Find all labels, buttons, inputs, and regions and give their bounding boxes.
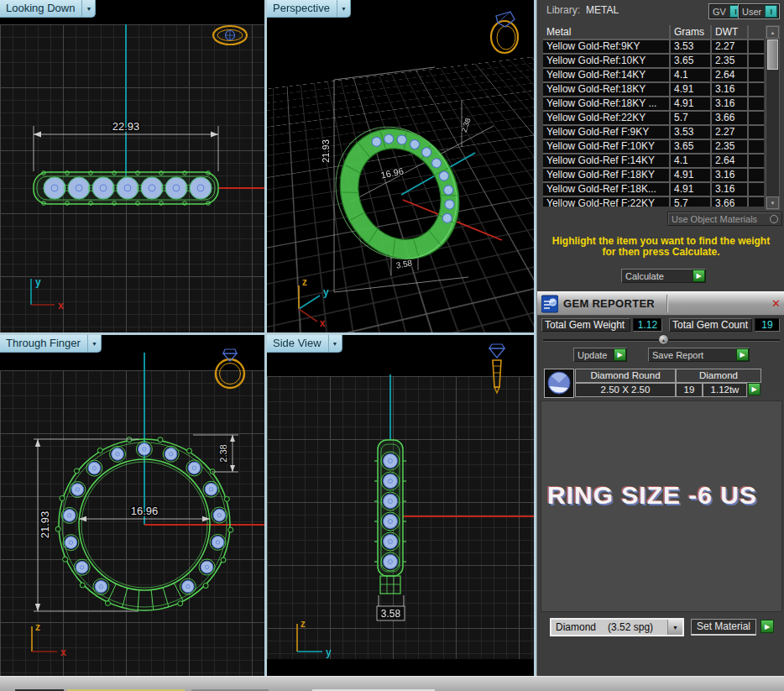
axis-indicator: z y — [297, 618, 332, 658]
viewport-side-view[interactable]: 3.58 z y Side View ▼ — [267, 335, 534, 676]
col-dwt[interactable]: DWT — [712, 25, 747, 39]
play-icon[interactable]: ▶ — [748, 383, 760, 395]
matrix-cad-window: 22.93 y x Looking Down — [0, 0, 784, 691]
table-row[interactable]: Yellow Gold-Ref F:18K...4.913.16 — [543, 183, 764, 196]
dim-band-length: 22.93 — [112, 120, 140, 133]
table-row[interactable]: Yellow Gold-Ref F:9KY3.532.27 — [543, 126, 764, 139]
table-row[interactable]: Yellow Gold-Ref:18KY4.913.16 — [543, 83, 764, 96]
gem-size-cell[interactable]: 2.50 X 2.50 — [575, 383, 676, 397]
gem-thumbnail[interactable] — [544, 369, 574, 398]
viewport-through-finger[interactable]: 21.93 16.96 2.38 z x Through Finger ▼ — [0, 335, 264, 676]
play-icon[interactable]: ▶ — [614, 348, 626, 361]
tab-perspective[interactable]: Perspective ▼ — [267, 0, 351, 18]
looking-down-drawing: 22.93 y x — [0, 0, 264, 332]
through-finger-drawing: 21.93 16.96 2.38 z x — [0, 335, 264, 676]
dropdown-arrow-button[interactable]: ▼ — [667, 620, 682, 635]
tab-label: Looking Down — [0, 0, 82, 17]
material-dropdown[interactable]: Diamond (3.52 spg) ▼ — [550, 618, 684, 636]
save-report-button[interactable]: Save Report ▶ — [648, 348, 750, 362]
scroll-up-button[interactable]: ▲ — [766, 26, 779, 39]
scroll-up-icon: ▲ — [771, 30, 776, 35]
close-icon[interactable]: ✕ — [771, 297, 781, 310]
dim-inner: 16.96 — [379, 165, 404, 180]
axis-indicator: y x — [31, 276, 64, 311]
table-row[interactable]: Yellow Gold-Ref F:18KY4.913.16 — [543, 169, 764, 181]
table-row[interactable]: Yellow Gold-Ref:14KY4.12.64 — [543, 69, 764, 81]
scroll-down-button[interactable]: ▼ — [766, 196, 779, 209]
ring-thumbnail-icon — [216, 349, 244, 388]
table-row[interactable]: Yellow Gold-Ref:10KY3.652.35 — [543, 55, 764, 67]
set-material-button[interactable]: Set Material — [691, 619, 756, 636]
gem-count-cell[interactable]: 19 — [676, 383, 703, 397]
table-row[interactable]: Yellow Gold-Ref F:22KY5.73.66 — [543, 197, 764, 207]
table-scrollbar[interactable]: ▲ ▼ — [766, 25, 780, 210]
viewport-splitter-horizontal[interactable] — [0, 332, 536, 335]
viewport-perspective[interactable]: 21.93 16.96 2.38 3.58 z y x Perspective … — [267, 0, 534, 332]
axis-indicator: z x — [32, 621, 66, 658]
chevron-down-icon[interactable]: ▼ — [337, 0, 350, 17]
ring-thumbnail-icon — [213, 26, 247, 44]
library-label: Library: — [546, 4, 580, 16]
gem-shape-header[interactable]: Diamond Round — [575, 369, 676, 383]
slider-handle[interactable]: ▲ — [658, 334, 669, 345]
table-row[interactable]: Yellow Gold-Ref:22KY5.73.66 — [543, 112, 764, 124]
ring-size-text: RING SIZE -6 US — [547, 481, 757, 510]
axis-y-label: y — [326, 647, 332, 658]
total-gem-count-label: Total Gem Count — [669, 318, 752, 332]
table-row[interactable]: Yellow Gold-Ref F:10KY3.652.35 — [543, 140, 764, 153]
axis-x-label: x — [60, 647, 66, 658]
scrollbar-thumb[interactable] — [767, 39, 778, 70]
play-icon[interactable]: ▶ — [693, 270, 705, 282]
gem-weight-cell[interactable]: 1.12tw — [703, 383, 747, 397]
gem-reporter-titlebar[interactable]: GEM REPORTER ✕ — [537, 291, 784, 316]
col-extra — [749, 25, 764, 39]
user-label: User — [742, 7, 761, 17]
dim-arrow-right — [211, 132, 218, 138]
viewport-splitter-vertical[interactable] — [264, 0, 267, 676]
total-gem-count-value: 19 — [755, 318, 780, 332]
metal-table: Metal Grams DWT Yellow Gold-Ref:9KY3.532… — [543, 25, 764, 207]
use-object-materials-button[interactable]: Use Object Materials — [667, 212, 782, 226]
library-name: METAL — [586, 4, 619, 16]
user-toggle[interactable]: User I — [738, 3, 780, 19]
instruction-line1: Highlight the item you want to find the … — [537, 235, 784, 247]
chevron-down-icon[interactable]: ▼ — [88, 335, 101, 352]
col-metal[interactable]: Metal — [543, 25, 669, 39]
axis-y-label: y — [35, 276, 41, 288]
chevron-down-icon: ▼ — [672, 625, 678, 631]
col-grams[interactable]: Grams — [671, 25, 710, 39]
ring-side-view — [374, 440, 406, 594]
report-canvas: RING SIZE -6 US — [541, 400, 782, 612]
play-icon[interactable]: ▶ — [736, 348, 749, 361]
use-object-materials-label: Use Object Materials — [672, 214, 757, 224]
radio-icon[interactable] — [770, 215, 778, 223]
gem-image — [545, 369, 573, 397]
tab-label: Perspective — [267, 0, 337, 17]
calculate-button[interactable]: Calculate ▶ — [621, 269, 706, 283]
chevron-down-icon[interactable]: ▼ — [329, 335, 342, 352]
slider-arrow-icon: ▲ — [661, 338, 666, 343]
chevron-down-icon[interactable]: ▼ — [82, 0, 95, 17]
update-button[interactable]: Update ▶ — [573, 348, 627, 362]
table-row[interactable]: Yellow Gold-Ref F:14KY4.12.64 — [543, 154, 764, 167]
user-indicator[interactable]: I — [765, 5, 777, 18]
library-header: Library:METAL — [546, 4, 619, 16]
dim-width: 3.58 — [381, 608, 401, 620]
viewport-looking-down[interactable]: 22.93 y x Looking Down — [0, 0, 264, 332]
dim-width: 3.58 — [395, 258, 414, 270]
gem-material-header[interactable]: Diamond — [676, 369, 761, 383]
table-row[interactable]: Yellow Gold-Ref:9KY3.532.27 — [543, 40, 764, 53]
ring-3d-view — [313, 105, 482, 282]
update-label: Update — [574, 350, 614, 360]
axis-y-label: y — [323, 286, 329, 298]
play-icon[interactable]: ▶ — [760, 620, 774, 633]
dim-inner: 16.96 — [131, 505, 159, 517]
tab-side-view[interactable]: Side View ▼ — [267, 335, 342, 353]
table-row[interactable]: Yellow Gold-Ref:18KY ...4.913.16 — [543, 97, 764, 110]
save-report-label: Save Report — [649, 350, 736, 360]
axis-indicator: z y x — [299, 276, 329, 329]
tab-through-finger[interactable]: Through Finger ▼ — [0, 335, 102, 353]
axis-z-label: z — [35, 621, 40, 633]
tab-looking-down[interactable]: Looking Down ▼ — [0, 0, 96, 18]
metal-table-body[interactable]: Yellow Gold-Ref:9KY3.532.27 Yellow Gold-… — [543, 40, 764, 207]
